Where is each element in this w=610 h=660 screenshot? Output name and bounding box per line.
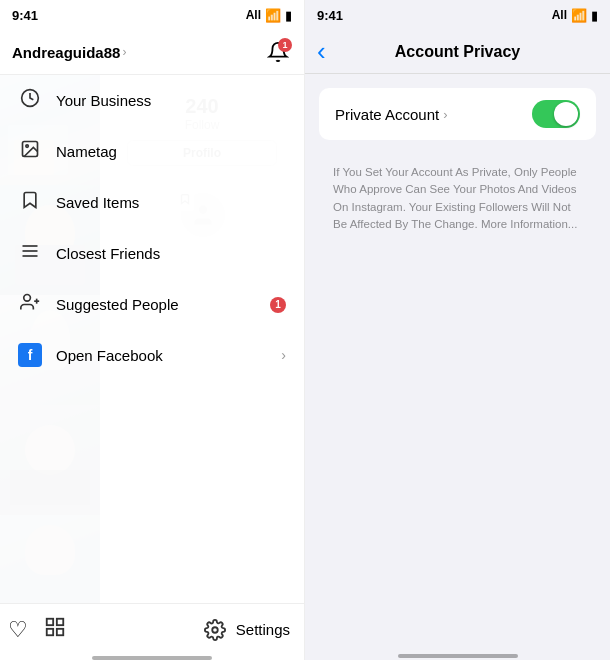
grid-icon[interactable] xyxy=(44,616,66,643)
toggle-knob xyxy=(554,102,578,126)
svg-rect-10 xyxy=(47,619,53,625)
saved-items-icon xyxy=(18,190,42,215)
menu-item-closest-friends[interactable]: Closest Friends xyxy=(0,228,304,279)
list-icon xyxy=(20,241,40,261)
svg-rect-13 xyxy=(57,629,63,635)
right-status-icons: All 📶 ▮ xyxy=(552,8,598,23)
grid-svg xyxy=(44,616,66,638)
notification-badge: 1 xyxy=(278,38,292,52)
settings-label: Settings xyxy=(236,621,290,638)
left-panel: Andreaguida88 › 1 xyxy=(0,30,305,660)
suggested-people-icon xyxy=(18,292,42,317)
svg-rect-11 xyxy=(57,619,63,625)
facebook-chevron-icon: › xyxy=(281,347,286,363)
menu-item-nametag[interactable]: Nametag xyxy=(0,126,304,177)
right-panel: ‹ Account Privacy Private Account › xyxy=(305,30,610,660)
username-chevron-icon: › xyxy=(122,45,126,59)
notification-button[interactable]: 1 xyxy=(264,38,292,66)
open-facebook-label: Open Facebook xyxy=(56,347,163,364)
private-account-label-area: Private Account › xyxy=(335,106,448,123)
back-button[interactable]: ‹ xyxy=(317,36,326,67)
nametag-label: Nametag xyxy=(56,143,117,160)
private-account-row[interactable]: Private Account › xyxy=(319,88,596,140)
home-indicator-left xyxy=(0,655,304,660)
right-time: 9:41 xyxy=(317,8,343,23)
username-label: Andreaguida88 xyxy=(12,44,120,61)
bottom-bar-left: ♡ Settings xyxy=(0,603,304,655)
nametag-icon xyxy=(18,139,42,164)
menu-item-suggested-people[interactable]: Suggested People 1 xyxy=(0,279,304,330)
your-business-icon xyxy=(18,88,42,113)
profile-scroll-area: 240 Follow Profilo xyxy=(0,75,304,603)
right-wifi-icon: 📶 xyxy=(571,8,587,23)
settings-area[interactable]: Settings xyxy=(204,619,290,641)
menu-item-your-business[interactable]: Your Business xyxy=(0,75,304,126)
profile-header: Andreaguida88 › 1 xyxy=(0,30,304,75)
left-time: 9:41 xyxy=(12,8,38,23)
saved-items-label: Saved Items xyxy=(56,194,139,211)
bookmark-menu-icon xyxy=(20,190,40,210)
bottom-left-actions: ♡ xyxy=(8,616,66,643)
battery-icon: ▮ xyxy=(285,8,292,23)
username-area[interactable]: Andreaguida88 › xyxy=(12,44,126,61)
svg-point-7 xyxy=(24,295,31,302)
privacy-description: If You Set Your Account As Private, Only… xyxy=(305,154,610,243)
suggested-people-label: Suggested People xyxy=(56,296,179,313)
suggested-badge: 1 xyxy=(270,297,286,313)
wifi-icon: 📶 xyxy=(265,8,281,23)
menu-item-open-facebook[interactable]: f Open Facebook › xyxy=(0,330,304,380)
facebook-icon: f xyxy=(18,343,42,367)
private-account-chevron-icon: › xyxy=(443,107,447,122)
nav-bar: ‹ Account Privacy xyxy=(305,30,610,74)
settings-icon xyxy=(204,619,226,641)
menu-item-saved-items[interactable]: Saved Items xyxy=(0,177,304,228)
right-battery-icon: ▮ xyxy=(591,8,598,23)
right-signal-text: All xyxy=(552,8,567,22)
private-account-toggle[interactable] xyxy=(532,100,580,128)
add-user-icon xyxy=(20,292,40,312)
menu-overlay: Your Business Nametag xyxy=(0,75,304,603)
svg-point-14 xyxy=(212,627,218,633)
settings-group-privacy: Private Account › xyxy=(319,88,596,140)
private-account-label: Private Account xyxy=(335,106,439,123)
svg-point-3 xyxy=(26,145,28,148)
activity-icon xyxy=(20,88,40,108)
heart-icon[interactable]: ♡ xyxy=(8,617,28,643)
your-business-label: Your Business xyxy=(56,92,151,109)
privacy-content: Private Account › If You Set Your Accoun… xyxy=(305,74,610,379)
signal-text: All xyxy=(246,8,261,22)
right-status-bar: 9:41 All 📶 ▮ xyxy=(305,0,610,30)
back-chevron-icon: ‹ xyxy=(317,36,326,67)
left-status-bar: 9:41 All 📶 ▮ xyxy=(0,0,305,30)
svg-rect-12 xyxy=(47,629,53,635)
home-indicator-right xyxy=(305,655,610,660)
nav-title: Account Privacy xyxy=(395,43,520,61)
left-status-icons: All 📶 ▮ xyxy=(246,8,292,23)
tag-icon xyxy=(20,139,40,159)
closest-friends-icon xyxy=(18,241,42,266)
closest-friends-label: Closest Friends xyxy=(56,245,160,262)
